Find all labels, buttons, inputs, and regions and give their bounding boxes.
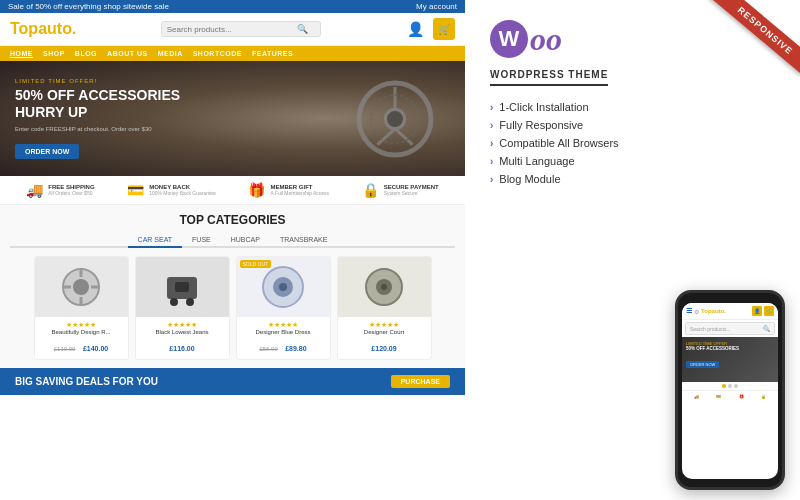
hero-limited-text: LIMITED TIME OFFER!	[15, 78, 180, 84]
product-price-1: £116.00	[169, 345, 194, 352]
dot-3	[734, 384, 738, 388]
feature-secure-sub: System Secure	[384, 190, 439, 196]
product-image-2: SOLD OUT	[237, 257, 330, 317]
tab-hubcap[interactable]: HUBCAP	[221, 233, 270, 248]
steering-wheel-icon	[355, 79, 435, 159]
feature-money-back: 💳 MONEY BACK 100% Money Back Guarantee	[127, 182, 216, 198]
product-name-2: Designer Blue Dress	[241, 329, 326, 335]
nav-blog[interactable]: BLOG	[75, 50, 97, 57]
product-stars-2: ★★★★★	[241, 321, 326, 329]
product-icon-0	[56, 262, 106, 312]
phone-user-icon: 👤	[752, 306, 762, 316]
shipping-icon: 🚚	[26, 182, 43, 198]
website-preview: Sale of 50% off everything shop sitewide…	[0, 0, 465, 500]
phone-notch	[715, 297, 745, 302]
cart-icon[interactable]: 🛒	[433, 18, 455, 40]
product-icon-1	[157, 262, 207, 312]
feature-label-0: 1-Click Installation	[499, 101, 588, 113]
product-info-1: ★★★★★ Black Lowest Jeans £116.00	[136, 317, 229, 359]
nav-media[interactable]: MEDIA	[158, 50, 183, 57]
list-item: ★★★★★ Black Lowest Jeans £116.00	[135, 256, 230, 360]
list-item: › Multi Language	[490, 152, 775, 170]
hero-section: LIMITED TIME OFFER! 50% OFF ACCESSORIES …	[0, 61, 465, 176]
chevron-icon: ›	[490, 120, 493, 131]
svg-point-15	[186, 298, 194, 306]
features-bar: 🚚 FREE SHIPPING All Orders Over $50 💳 MO…	[0, 176, 465, 205]
feature-shipping: 🚚 FREE SHIPPING All Orders Over $50	[26, 182, 94, 198]
svg-point-21	[381, 284, 387, 290]
hero-desc: Enter code FREESHIP at checkout. Order o…	[15, 126, 180, 132]
search-bar[interactable]: 🔍	[161, 21, 321, 37]
product-price-2: £89.80	[285, 345, 306, 352]
logo-prefix: Top	[10, 20, 38, 37]
feature-label-1: Fully Responsive	[499, 119, 583, 131]
nav-shortcode[interactable]: SHORTCODE	[193, 50, 242, 57]
woo-circle: W	[490, 20, 528, 58]
phone-search-icon: 🔍	[763, 325, 770, 332]
phone-cart-icons: 👤 🛒	[752, 306, 774, 316]
feature-shipping-sub: All Orders Over $50	[48, 190, 94, 196]
nav-features[interactable]: FEATURES	[252, 50, 293, 57]
user-icon[interactable]: 👤	[405, 18, 427, 40]
phone-feature-3: 🔒	[761, 394, 766, 399]
nav-home[interactable]: HOME	[10, 50, 33, 57]
product-info-0: ★★★★★ Beautifully Design R... £119.00 £1…	[35, 317, 128, 359]
site-nav: HOME SHOP BLOG ABOUT US MEDIA SHORTCODE …	[0, 46, 465, 61]
features-list: › 1-Click Installation › Fully Responsiv…	[490, 98, 775, 188]
product-old-price-2: £56.09	[259, 346, 277, 352]
feature-label-2: Compatible All Browsers	[499, 137, 618, 149]
right-panel: RESPONSIVE W oo WORDPRESS THEME › 1-Clic…	[465, 0, 800, 500]
woo-logo: W oo	[490, 20, 775, 58]
svg-point-7	[73, 279, 89, 295]
product-name-0: Beautifully Design R...	[39, 329, 124, 335]
nav-about[interactable]: ABOUT US	[107, 50, 148, 57]
feature-gift-sub: A Full Membership Access	[270, 190, 329, 196]
categories-section: TOP CATEGORIES CAR SEAT FUSE HUBCAP TRAN…	[0, 205, 465, 368]
tab-car-seat[interactable]: CAR SEAT	[128, 233, 183, 248]
phone-features-bar: 🚚 💳 🎁 🔒	[682, 390, 778, 402]
feature-secure: 🔒 SECURE PAYMENT System Secure	[362, 182, 439, 198]
phone-logo: Topauto.	[701, 308, 726, 314]
woo-text: oo	[530, 21, 562, 58]
svg-point-18	[279, 283, 287, 291]
list-item: › 1-Click Installation	[490, 98, 775, 116]
chevron-icon: ›	[490, 156, 493, 167]
phone-hero-title: 50% OFF ACCESSORIES	[686, 346, 739, 352]
product-name-1: Black Lowest Jeans	[140, 329, 225, 335]
search-input[interactable]	[167, 25, 297, 34]
phone-mockup: ☰ ⚙ Topauto. 👤 🛒 Search products... 🔍 LI…	[675, 290, 785, 490]
list-item: › Blog Module	[490, 170, 775, 188]
feature-money-sub: 100% Money Back Guarantee	[149, 190, 216, 196]
logo-suffix: auto.	[38, 20, 76, 37]
category-tabs: CAR SEAT FUSE HUBCAP TRANSBRAKE	[10, 233, 455, 248]
list-item: › Fully Responsive	[490, 116, 775, 134]
hero-order-button[interactable]: ORDER NOW	[15, 144, 79, 159]
product-stars-0: ★★★★★	[39, 321, 124, 329]
tab-transbrake[interactable]: TRANSBRAKE	[270, 233, 337, 248]
product-stars-1: ★★★★★	[140, 321, 225, 329]
header-icons: 👤 🛒	[405, 18, 455, 40]
site-logo: Topauto.	[10, 20, 76, 38]
product-price-0: £140.00	[83, 345, 108, 352]
svg-point-1	[385, 109, 404, 128]
nav-shop[interactable]: SHOP	[43, 50, 65, 57]
dot-1	[722, 384, 726, 388]
list-item: › Compatible All Browsers	[490, 134, 775, 152]
feature-label-3: Multi Language	[499, 155, 574, 167]
purchase-button[interactable]: PURCHASE	[391, 375, 450, 388]
tab-fuse[interactable]: FUSE	[182, 233, 221, 248]
product-info-3: ★★★★★ Designer Court £120.09	[338, 317, 431, 359]
product-image-3	[338, 257, 431, 317]
site-header: Topauto. 🔍 👤 🛒	[0, 13, 465, 46]
deals-bar: BIG SAVING DEALS FOR YOU PURCHASE	[0, 368, 465, 395]
phone-feature-2: 🎁	[739, 394, 744, 399]
hero-title: 50% OFF ACCESSORIES HURRY UP	[15, 87, 180, 121]
phone-search: Search products... 🔍	[685, 322, 775, 335]
gift-icon: 🎁	[248, 182, 265, 198]
product-old-price-0: £119.00	[54, 346, 76, 352]
svg-point-14	[170, 298, 178, 306]
sold-out-badge: SOLD OUT	[240, 260, 272, 268]
product-price-3: £120.09	[371, 345, 396, 352]
phone-hero: LIMITED TIME OFFER 50% OFF ACCESSORIES O…	[682, 337, 778, 382]
dot-2	[728, 384, 732, 388]
